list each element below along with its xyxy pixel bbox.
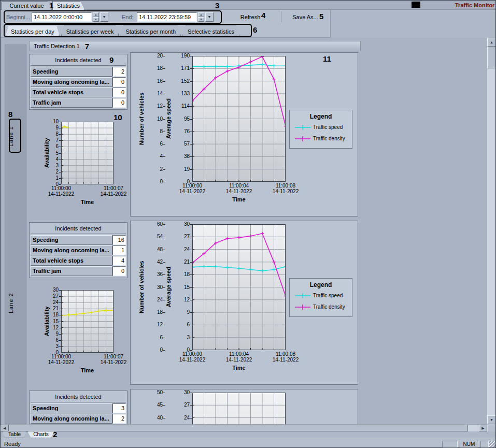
scroll-left-icon[interactable]: ◀ [1, 425, 9, 431]
y-tick-label: 21 [184, 259, 192, 265]
chart-body: Availability01234567891011:00:0014-11-20… [44, 122, 127, 205]
x-tick-date: 14-11-2022 [226, 357, 252, 363]
x-tick-time: 11:00:00 [179, 351, 205, 357]
y-tick-label: 24 [157, 297, 165, 302]
tab-current-value[interactable]: Current value [2, 1, 52, 10]
scroll-right-icon[interactable]: ▶ [479, 425, 487, 431]
legend-swatch [295, 304, 310, 311]
x-tick-time: 11:00:08 [273, 351, 299, 357]
end-date-input[interactable] [137, 12, 197, 22]
plot-column: 11:00:0014-11-202211:00:0414-11-202211:0… [192, 224, 286, 371]
annotation-6: 6 [253, 26, 257, 34]
annotation-9: 9 [109, 56, 114, 64]
y-axis-ticks: 036912151821242730 [52, 290, 61, 353]
tab-statistics-per-month[interactable]: Statistics per month [120, 25, 181, 36]
x-tick-label: 11:00:0814-11-2022 [273, 351, 299, 363]
x-tick-label: 11:00:0714-11-2022 [101, 354, 126, 365]
spin-down-icon[interactable]: ▼ [198, 17, 204, 22]
incident-label: Speeding [31, 235, 112, 245]
x-axis-ticks: 11:00:0014-11-202211:00:0414-11-202211:0… [192, 182, 286, 195]
annotation-11: 11 [323, 55, 331, 63]
speed-density-chart-panel: 11 Number of vehicles02468101214161820Av… [130, 52, 358, 216]
tab-table-label: Table [8, 431, 21, 437]
spin-up-icon[interactable]: ▲ [198, 12, 204, 17]
y-tick-label: 40 [157, 415, 165, 421]
vertical-scroll-thumb[interactable] [487, 47, 496, 68]
y-tick-label: 27 [184, 402, 192, 408]
top-tab-bar: Current value Statistics Traffic Monitor… [1, 1, 495, 10]
incident-row: Moving along oncoming la...2 [31, 414, 126, 424]
incident-row: Moving along oncoming la...0 [31, 77, 126, 87]
tab-statistics-per-week[interactable]: Statistics per week [61, 25, 119, 36]
spin-up-icon[interactable]: ▲ [93, 12, 99, 17]
scroll-up-icon[interactable]: ▲ [487, 38, 496, 47]
y-tick-label: 152 [181, 79, 192, 84]
x-tick-label: 11:00:0814-11-2022 [273, 183, 299, 194]
legend-entry: Traffic density [295, 304, 350, 311]
x-axis-ticks: 11:00:0014-11-202211:00:0414-11-202211:0… [192, 350, 286, 363]
y-tick-label: 30 [53, 287, 61, 293]
horizontal-scroll-thumb[interactable] [9, 425, 468, 431]
y-tick-label: 45 [157, 402, 165, 408]
legend-entry-label: Traffic density [313, 136, 350, 142]
annotation-1: 1 [49, 2, 53, 9]
vertical-scrollbar[interactable]: ▲ ▼ [487, 38, 495, 424]
legend-entry-label: Traffic density [313, 304, 350, 310]
begin-date-dropdown[interactable]: ▼ [100, 12, 108, 22]
availability-chart-area: Availability03691215182124273011:00:0014… [29, 282, 127, 383]
y-tick-label: 3 [55, 163, 61, 168]
incident-value: 2 [112, 414, 126, 424]
y-tick-label: 24 [184, 247, 192, 252]
end-date-spinner[interactable]: ▲▼ [198, 12, 204, 22]
horizontal-scrollbar[interactable]: ◀ ▶ [1, 424, 488, 431]
legend-entry-label: Traffic speed [313, 293, 350, 299]
y-tick-label: 18 [184, 272, 192, 277]
x-axis-title: Time [61, 199, 114, 205]
lane-1-row: Incidents detected9 Speeding2 Moving alo… [26, 52, 488, 216]
app-window: Current value Statistics Traffic Monitor… [0, 0, 496, 448]
tab-statistics[interactable]: Statistics [52, 1, 84, 10]
y-tick-label: 18 [157, 310, 165, 315]
content-area: Lane 1 Lane 2 8 Traffic Detection 17 Inc… [1, 38, 488, 424]
incidents-panel: Incidents detected9 Speeding2 Moving alo… [29, 54, 127, 110]
tab-statistics-per-day[interactable]: Statistics per day [6, 25, 60, 36]
incidents-title: Incidents detected9 [31, 55, 126, 66]
spin-down-icon[interactable]: ▼ [93, 17, 99, 22]
incident-value: 2 [112, 67, 126, 77]
y-tick-label: 8 [160, 129, 165, 134]
annotation-8: 8 [8, 110, 12, 118]
y-tick-label: 6 [160, 141, 165, 147]
y-tick-label: 50 [157, 390, 165, 395]
tab-selective-statistics[interactable]: Selective statistics [182, 25, 239, 36]
tab-charts-label: Charts [33, 431, 48, 437]
plot-column [192, 393, 286, 424]
tab-charts[interactable]: Charts [27, 431, 54, 438]
y-tick-label: 1 [55, 176, 61, 181]
incident-row: Speeding2 [31, 67, 126, 77]
incident-label: Speeding [31, 403, 112, 413]
app-title: Traffic Monitor 1 [455, 2, 496, 8]
end-date-dropdown[interactable]: ▼ [205, 12, 214, 22]
plot-area [61, 290, 114, 353]
y-tick-label: 38 [184, 154, 192, 159]
plot-area [192, 56, 286, 182]
resize-grip[interactable] [489, 441, 496, 448]
incidents-title: Incidents detected [31, 392, 126, 402]
save-as-button[interactable]: Save As... [287, 12, 324, 22]
y-axis-label: Number of vehicles [138, 224, 147, 350]
incidents-panel: Incidents detected Speeding3 Moving alon… [29, 391, 127, 424]
x-tick-time: 11:00:07 [101, 185, 126, 191]
black-marker [412, 2, 420, 8]
y-tick-label: 6 [55, 144, 61, 149]
x-axis-title: Time [192, 196, 286, 203]
annotation-4: 4 [261, 11, 265, 19]
begin-date-spinner[interactable]: ▲▼ [93, 12, 99, 22]
incident-label: Speeding [31, 67, 112, 77]
begin-date-input[interactable] [32, 12, 92, 22]
x-tick-date: 14-11-2022 [226, 189, 252, 194]
y-tick-label: 54 [157, 234, 165, 239]
tab-table[interactable]: Table [2, 431, 27, 438]
scroll-down-icon[interactable]: ▼ [487, 415, 496, 424]
legend-title: Legend [292, 113, 350, 120]
x-tick-time: 11:00:04 [226, 183, 252, 189]
